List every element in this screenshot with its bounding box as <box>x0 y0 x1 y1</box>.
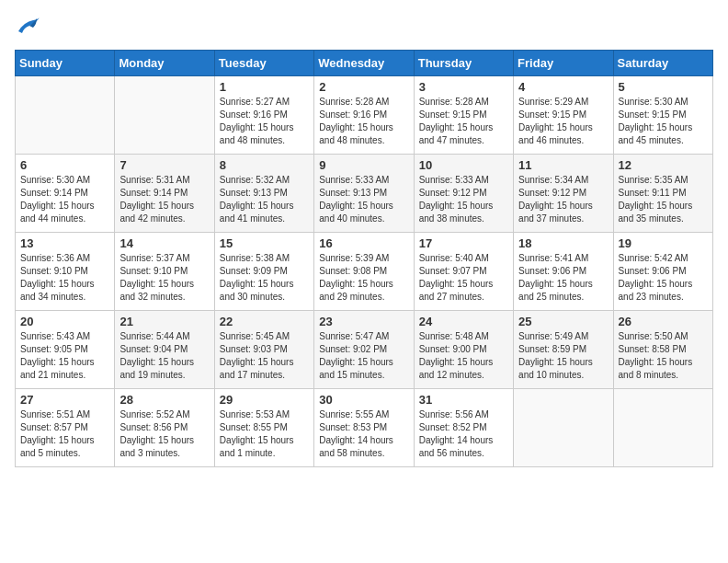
day-number: 29 <box>220 393 309 407</box>
page-header <box>15 15 713 39</box>
calendar-cell: 21Sunrise: 5:44 AM Sunset: 9:04 PM Dayli… <box>115 311 214 389</box>
calendar-cell: 12Sunrise: 5:35 AM Sunset: 9:11 PM Dayli… <box>613 155 712 233</box>
calendar-cell: 6Sunrise: 5:30 AM Sunset: 9:14 PM Daylig… <box>16 155 115 233</box>
day-number: 24 <box>419 315 508 328</box>
day-number: 25 <box>518 315 608 328</box>
day-detail: Sunrise: 5:41 AM Sunset: 9:06 PM Dayligh… <box>518 252 608 304</box>
calendar-cell: 11Sunrise: 5:34 AM Sunset: 9:12 PM Dayli… <box>514 155 613 233</box>
day-detail: Sunrise: 5:49 AM Sunset: 8:59 PM Dayligh… <box>518 330 608 382</box>
calendar-week-row: 20Sunrise: 5:43 AM Sunset: 9:05 PM Dayli… <box>16 311 713 389</box>
calendar-cell: 10Sunrise: 5:33 AM Sunset: 9:12 PM Dayli… <box>414 155 513 233</box>
calendar-week-row: 27Sunrise: 5:51 AM Sunset: 8:57 PM Dayli… <box>16 389 713 467</box>
day-number: 7 <box>119 158 209 172</box>
day-detail: Sunrise: 5:30 AM Sunset: 9:15 PM Dayligh… <box>619 96 708 147</box>
day-detail: Sunrise: 5:56 AM Sunset: 8:52 PM Dayligh… <box>419 408 508 460</box>
day-detail: Sunrise: 5:43 AM Sunset: 9:05 PM Dayligh… <box>20 330 109 382</box>
day-of-week-header: Wednesday <box>314 51 414 76</box>
day-number: 1 <box>220 80 309 94</box>
day-detail: Sunrise: 5:45 AM Sunset: 9:03 PM Dayligh… <box>220 330 309 382</box>
day-detail: Sunrise: 5:52 AM Sunset: 8:56 PM Dayligh… <box>119 408 209 460</box>
day-detail: Sunrise: 5:42 AM Sunset: 9:06 PM Dayligh… <box>619 252 708 304</box>
day-detail: Sunrise: 5:53 AM Sunset: 8:55 PM Dayligh… <box>220 408 309 460</box>
day-number: 3 <box>419 80 508 94</box>
day-number: 21 <box>119 315 209 328</box>
calendar-cell <box>16 76 115 155</box>
day-number: 4 <box>518 80 608 94</box>
calendar-cell: 31Sunrise: 5:56 AM Sunset: 8:52 PM Dayli… <box>414 389 513 467</box>
calendar-cell: 26Sunrise: 5:50 AM Sunset: 8:58 PM Dayli… <box>613 311 712 389</box>
calendar-cell: 30Sunrise: 5:55 AM Sunset: 8:53 PM Dayli… <box>314 389 414 467</box>
day-number: 5 <box>619 80 708 94</box>
day-number: 19 <box>619 236 708 250</box>
day-number: 15 <box>220 236 309 250</box>
calendar-cell: 20Sunrise: 5:43 AM Sunset: 9:05 PM Dayli… <box>16 311 115 389</box>
day-detail: Sunrise: 5:50 AM Sunset: 8:58 PM Dayligh… <box>619 330 708 382</box>
calendar-cell: 16Sunrise: 5:39 AM Sunset: 9:08 PM Dayli… <box>314 233 414 311</box>
day-detail: Sunrise: 5:31 AM Sunset: 9:14 PM Dayligh… <box>119 174 209 225</box>
day-detail: Sunrise: 5:28 AM Sunset: 9:16 PM Dayligh… <box>319 96 408 147</box>
calendar-cell: 5Sunrise: 5:30 AM Sunset: 9:15 PM Daylig… <box>613 76 712 155</box>
calendar-cell: 22Sunrise: 5:45 AM Sunset: 9:03 PM Dayli… <box>214 311 313 389</box>
day-number: 6 <box>20 158 109 172</box>
calendar-cell: 3Sunrise: 5:28 AM Sunset: 9:15 PM Daylig… <box>414 76 513 155</box>
day-detail: Sunrise: 5:30 AM Sunset: 9:14 PM Dayligh… <box>20 174 109 225</box>
calendar-cell: 27Sunrise: 5:51 AM Sunset: 8:57 PM Dayli… <box>16 389 115 467</box>
day-of-week-header: Friday <box>514 51 613 76</box>
calendar-cell: 29Sunrise: 5:53 AM Sunset: 8:55 PM Dayli… <box>214 389 313 467</box>
day-detail: Sunrise: 5:37 AM Sunset: 9:10 PM Dayligh… <box>119 252 209 304</box>
day-detail: Sunrise: 5:38 AM Sunset: 9:09 PM Dayligh… <box>220 252 309 304</box>
day-of-week-header: Tuesday <box>214 51 313 76</box>
day-number: 11 <box>518 158 608 172</box>
calendar-cell: 18Sunrise: 5:41 AM Sunset: 9:06 PM Dayli… <box>514 233 613 311</box>
calendar-cell: 8Sunrise: 5:32 AM Sunset: 9:13 PM Daylig… <box>214 155 313 233</box>
day-of-week-header: Thursday <box>414 51 513 76</box>
calendar-cell: 15Sunrise: 5:38 AM Sunset: 9:09 PM Dayli… <box>214 233 313 311</box>
logo-bird-icon <box>17 15 42 35</box>
day-number: 16 <box>319 236 408 250</box>
day-of-week-header: Monday <box>115 51 214 76</box>
calendar-cell <box>115 76 214 155</box>
day-number: 28 <box>119 393 209 407</box>
calendar-cell: 14Sunrise: 5:37 AM Sunset: 9:10 PM Dayli… <box>115 233 214 311</box>
day-number: 30 <box>319 393 408 407</box>
calendar-cell: 9Sunrise: 5:33 AM Sunset: 9:13 PM Daylig… <box>314 155 414 233</box>
day-detail: Sunrise: 5:28 AM Sunset: 9:15 PM Dayligh… <box>419 96 508 147</box>
calendar-cell: 28Sunrise: 5:52 AM Sunset: 8:56 PM Dayli… <box>115 389 214 467</box>
calendar-cell: 17Sunrise: 5:40 AM Sunset: 9:07 PM Dayli… <box>414 233 513 311</box>
calendar-cell: 23Sunrise: 5:47 AM Sunset: 9:02 PM Dayli… <box>314 311 414 389</box>
day-number: 18 <box>518 236 608 250</box>
day-number: 17 <box>419 236 508 250</box>
day-number: 14 <box>119 236 209 250</box>
calendar-table: SundayMondayTuesdayWednesdayThursdayFrid… <box>15 50 713 467</box>
day-number: 23 <box>319 315 408 328</box>
day-number: 31 <box>419 393 508 407</box>
calendar-week-row: 13Sunrise: 5:36 AM Sunset: 9:10 PM Dayli… <box>16 233 713 311</box>
day-detail: Sunrise: 5:35 AM Sunset: 9:11 PM Dayligh… <box>619 174 708 225</box>
day-detail: Sunrise: 5:55 AM Sunset: 8:53 PM Dayligh… <box>319 408 408 460</box>
day-detail: Sunrise: 5:48 AM Sunset: 9:00 PM Dayligh… <box>419 330 508 382</box>
calendar-cell: 24Sunrise: 5:48 AM Sunset: 9:00 PM Dayli… <box>414 311 513 389</box>
day-detail: Sunrise: 5:29 AM Sunset: 9:15 PM Dayligh… <box>518 96 608 147</box>
calendar-cell: 25Sunrise: 5:49 AM Sunset: 8:59 PM Dayli… <box>514 311 613 389</box>
calendar-cell <box>514 389 613 467</box>
calendar-cell: 19Sunrise: 5:42 AM Sunset: 9:06 PM Dayli… <box>613 233 712 311</box>
day-number: 22 <box>220 315 309 328</box>
day-detail: Sunrise: 5:27 AM Sunset: 9:16 PM Dayligh… <box>220 96 309 147</box>
calendar-cell: 7Sunrise: 5:31 AM Sunset: 9:14 PM Daylig… <box>115 155 214 233</box>
day-detail: Sunrise: 5:44 AM Sunset: 9:04 PM Dayligh… <box>119 330 209 382</box>
logo <box>15 15 42 39</box>
calendar-cell: 4Sunrise: 5:29 AM Sunset: 9:15 PM Daylig… <box>514 76 613 155</box>
calendar-week-row: 1Sunrise: 5:27 AM Sunset: 9:16 PM Daylig… <box>16 76 713 155</box>
day-detail: Sunrise: 5:51 AM Sunset: 8:57 PM Dayligh… <box>20 408 109 460</box>
day-number: 9 <box>319 158 408 172</box>
day-detail: Sunrise: 5:36 AM Sunset: 9:10 PM Dayligh… <box>20 252 109 304</box>
day-number: 27 <box>20 393 109 407</box>
day-number: 13 <box>20 236 109 250</box>
calendar-cell <box>613 389 712 467</box>
day-number: 8 <box>220 158 309 172</box>
calendar-cell: 13Sunrise: 5:36 AM Sunset: 9:10 PM Dayli… <box>16 233 115 311</box>
day-detail: Sunrise: 5:32 AM Sunset: 9:13 PM Dayligh… <box>220 174 309 225</box>
day-detail: Sunrise: 5:33 AM Sunset: 9:12 PM Dayligh… <box>419 174 508 225</box>
day-detail: Sunrise: 5:34 AM Sunset: 9:12 PM Dayligh… <box>518 174 608 225</box>
day-detail: Sunrise: 5:39 AM Sunset: 9:08 PM Dayligh… <box>319 252 408 304</box>
